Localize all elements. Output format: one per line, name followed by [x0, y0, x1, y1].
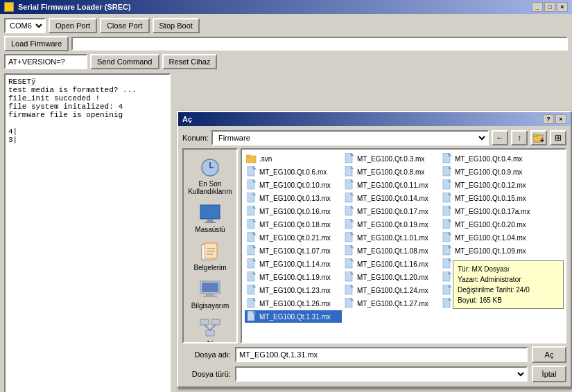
file-item-2[interactable]: MT_EG100.Qt.0.6.mx — [245, 166, 342, 178]
console-line: test media is formatted? ... file_init s… — [8, 86, 166, 103]
console-line — [8, 119, 166, 127]
open-button[interactable]: Aç — [532, 346, 566, 363]
desktop-icon — [199, 202, 221, 224]
load-firmware-button[interactable]: Load Firmware — [4, 36, 69, 51]
file-item-15[interactable]: MT_EG100.Qt.0.19.mx — [343, 218, 440, 231]
mx-file-icon — [344, 245, 355, 256]
mx-file-icon — [442, 258, 453, 269]
mx-file-icon — [344, 298, 355, 309]
mx-file-icon — [442, 193, 453, 204]
command-input[interactable] — [4, 54, 87, 69]
file-item-9[interactable]: MT_EG100.Qt.0.14.mx — [343, 192, 440, 204]
svg-rect-6 — [205, 222, 216, 223]
filetype-row: Dosya türü: İptal — [182, 366, 566, 382]
mx-file-icon — [246, 258, 257, 269]
file-item-32[interactable]: MT_EG100.Qt.1.26.mx — [245, 297, 342, 310]
file-item-7[interactable]: MT_EG100.Qt.0.12.mx — [440, 179, 537, 191]
up-icon-button[interactable]: ↑ — [511, 130, 528, 145]
file-item-1[interactable]: MT_EG100.Qt.0.4.mx — [440, 152, 537, 165]
file-item-12[interactable]: MT_EG100.Qt.0.17.mx — [343, 205, 440, 217]
file-item-22[interactable]: MT_EG100.Qt.1.09.mx — [440, 244, 537, 257]
file-item-3[interactable]: MT_EG100.Qt.0.8.mx — [343, 166, 440, 178]
place-item-documents[interactable]: Belgelerim — [186, 238, 234, 274]
place-item-recent[interactable]: En Son Kullandıklarım — [186, 154, 234, 198]
file-item-16[interactable]: MT_EG100.Qt.0.20.mx — [440, 218, 537, 231]
dialog-body: Konum: Firmware ← ↑ + ⊞ — [178, 126, 571, 386]
mx-file-icon — [246, 271, 257, 283]
mx-file-icon — [344, 285, 355, 296]
view-icon-button[interactable]: ⊞ — [550, 130, 566, 145]
file-item-33[interactable]: MT_EG100.Qt.1.27.mx — [343, 297, 440, 310]
cancel-button[interactable]: İptal — [532, 366, 566, 382]
title-controls: _ □ × — [532, 2, 568, 12]
file-item-13[interactable]: MT_EG100.Qt.0.17a.mx — [440, 205, 537, 217]
filetype-select[interactable] — [235, 366, 528, 382]
progress-bar — [71, 37, 568, 51]
svg-rect-5 — [207, 219, 213, 222]
file-item-8[interactable]: MT_EG100.Qt.0.13.mx — [245, 192, 342, 204]
dialog-close-button[interactable]: × — [555, 114, 566, 124]
file-item-19[interactable]: MT_EG100.Qt.1.04.mx — [440, 231, 537, 244]
dialog-help-button[interactable]: ? — [543, 114, 554, 124]
mx-file-icon — [442, 219, 453, 230]
title-bar-text: Serial Firmware Loader (SREC) — [18, 3, 131, 11]
place-item-desktop[interactable]: Masaüstü — [186, 199, 234, 236]
file-item-20[interactable]: MT_EG100.Qt.1.07.mx — [245, 244, 342, 257]
tooltip-author: Yazan: Administrator — [458, 274, 559, 285]
dialog-title-text: Aç — [182, 115, 192, 123]
filename-input[interactable] — [235, 347, 528, 362]
file-item-29[interactable]: MT_EG100.Qt.1.23.mx — [245, 284, 342, 296]
file-item-svn[interactable]: .svn — [245, 152, 342, 165]
reset-cihaz-button[interactable]: Reset Cihaz — [162, 54, 218, 69]
file-item-4[interactable]: MT_EG100.Qt.0.9.mx — [440, 166, 537, 178]
file-item-17[interactable]: MT_EG100.Qt.0.21.mx — [245, 231, 342, 244]
file-item-30[interactable]: MT_EG100.Qt.1.24.mx — [343, 284, 440, 296]
location-select[interactable]: Firmware — [211, 130, 489, 145]
title-bar: Serial Firmware Loader (SREC) _ □ × — [0, 0, 572, 14]
toolbar-row-2: Load Firmware — [4, 36, 568, 51]
place-item-network[interactable]: Ağ Bağlantılarım — [186, 314, 234, 344]
svg-line-19 — [205, 325, 210, 330]
file-item-26[interactable]: MT_EG100.Qt.1.19.mx — [245, 271, 342, 283]
toolbar-row-1: COM6 COM1 COM2 COM3 COM4 COM5 Open Port … — [4, 18, 568, 33]
file-item-0[interactable]: MT_EG100.Qt.0.3.mx — [343, 152, 440, 165]
file-item-11[interactable]: MT_EG100.Qt.0.16.mx — [245, 205, 342, 217]
file-item-21[interactable]: MT_EG100.Qt.1.08.mx — [343, 244, 440, 257]
dialog-title-bar: Aç ? × — [178, 112, 571, 126]
file-item-24[interactable]: MT_EG100.Qt.1.16.mx — [343, 258, 440, 270]
svg-rect-16 — [200, 319, 209, 325]
mx-file-icon — [442, 179, 453, 190]
send-command-button[interactable]: Send Command — [90, 54, 159, 69]
maximize-button[interactable]: □ — [544, 2, 555, 12]
mx-file-icon — [246, 232, 257, 243]
file-item-10[interactable]: MT_EG100.Qt.0.15.mx — [440, 192, 537, 204]
stop-boot-button[interactable]: Stop Boot — [153, 18, 200, 33]
new-folder-icon-button[interactable]: + — [530, 130, 547, 145]
back-icon-button[interactable]: ← — [492, 130, 508, 145]
mx-file-icon — [246, 311, 257, 322]
mx-file-icon — [442, 166, 453, 177]
file-item-5[interactable]: MT_EG100.Qt.0.10.mx — [245, 179, 342, 191]
minimize-button[interactable]: _ — [532, 2, 543, 12]
svg-rect-14 — [206, 294, 214, 296]
file-item-18[interactable]: MT_EG100.Qt.1.01.mx — [343, 231, 440, 244]
open-port-button[interactable]: Open Port — [49, 18, 97, 33]
app-icon — [4, 2, 14, 12]
port-select[interactable]: COM6 COM1 COM2 COM3 COM4 COM5 — [4, 18, 46, 33]
mx-file-icon — [344, 271, 355, 283]
mx-file-icon — [344, 179, 355, 190]
svg-line-20 — [210, 325, 216, 330]
place-item-computer[interactable]: Bilgisayarım — [186, 276, 234, 312]
console-line: 4| — [8, 127, 166, 136]
desktop-label: Masaüstü — [195, 226, 225, 233]
filetype-label: Dosya türü: — [182, 370, 231, 378]
toolbar-row-3: Send Command Reset Cihaz — [4, 54, 568, 69]
file-item-6[interactable]: MT_EG100.Qt.0.11.mx — [343, 179, 440, 191]
file-item-35[interactable]: MT_EG100.Qt.1.31.mx — [245, 310, 342, 323]
close-button[interactable]: × — [557, 2, 568, 12]
file-item-14[interactable]: MT_EG100.Qt.0.18.mx — [245, 218, 342, 231]
close-port-button[interactable]: Close Port — [100, 18, 149, 33]
file-item-23[interactable]: MT_EG100.Qt.1.14.mx — [245, 258, 342, 270]
file-item-27[interactable]: MT_EG100.Qt.1.20.mx — [343, 271, 440, 283]
network-icon — [199, 317, 221, 339]
